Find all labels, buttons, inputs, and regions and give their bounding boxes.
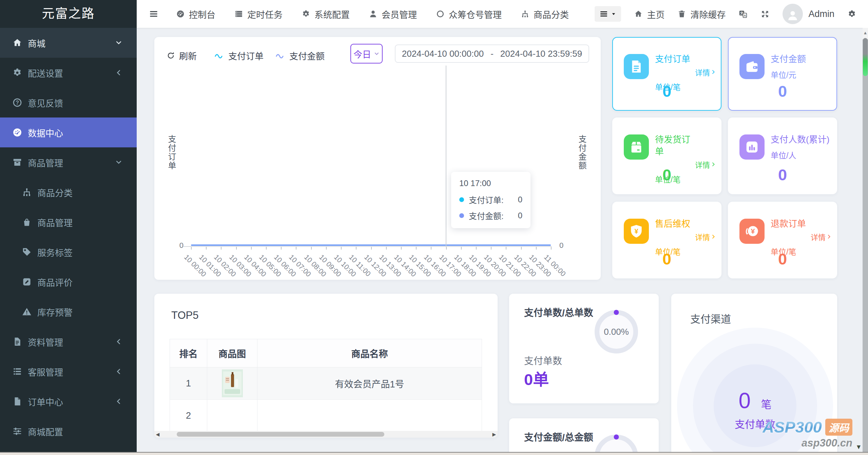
horizontal-scrollbar[interactable]: ◀ ▶ <box>154 431 498 438</box>
chevron-left-icon <box>115 338 122 345</box>
sidebar-item-shop[interactable]: 商城 <box>0 28 137 58</box>
sidebar-item-stock-warning[interactable]: 库存预警 <box>0 297 137 327</box>
sidebar-item-label: 商品管理 <box>37 216 73 229</box>
top5-card: TOP5 排名商品图商品名称 1有效会员产品1号2 ◀ ▶ <box>154 294 498 438</box>
doc-lines-icon <box>629 59 644 74</box>
nav-item-console[interactable]: 控制台 <box>176 8 215 20</box>
sidebar-item-service-manage[interactable]: 客服管理 <box>0 357 137 386</box>
home-icon <box>634 10 643 18</box>
legend-pay-orders[interactable]: 支付订单 <box>213 49 264 62</box>
cogs-icon <box>12 68 22 78</box>
sidebar-item-shop-config[interactable]: 商城配置 <box>0 416 137 446</box>
sidebar-item-goods-category[interactable]: 商品分类 <box>0 177 137 207</box>
sidebar-item-feedback[interactable]: ?意见反馈 <box>0 88 137 117</box>
legend-label: 支付订单 <box>228 49 264 62</box>
nav-item-system-config[interactable]: 系统配置 <box>302 8 350 20</box>
series-dot <box>459 197 464 202</box>
scroll-left-arrow[interactable]: ◀ <box>154 431 161 438</box>
sidebar-item-label: 商城配置 <box>28 425 63 438</box>
navbar-menu: 控制台定时任务系统配置会员管理众筹仓号管理商品分类 <box>176 8 569 20</box>
nav-item-crowdfund-manage[interactable]: 众筹仓号管理 <box>436 8 502 20</box>
nav-item-member-manage[interactable]: 会员管理 <box>369 8 417 20</box>
svg-text:¥: ¥ <box>751 227 755 235</box>
pay-amount-ratio-card: 支付金额/总金额 <box>509 418 659 452</box>
stat-card-pending-delivery: 待发货订单详情单位/笔0 <box>612 117 721 194</box>
nav-clear-cache-label: 清除缓存 <box>690 8 726 20</box>
sidebar-item-data-center[interactable]: 数据中心 <box>0 117 137 147</box>
watermark-brand: ASP300 <box>763 418 822 436</box>
stat-cards-grid: 支付订单详情单位/笔0支付金额单位/元0待发货订单详情单位/笔0支付人数(累计)… <box>612 37 837 280</box>
chart-tooltip: 10 17:00 支付订单:0支付金额:0 <box>451 172 531 228</box>
question-circle-icon: ? <box>12 97 22 108</box>
sidebar-item-goods-list[interactable]: 商品管理 <box>0 207 137 237</box>
stat-card-detail-link[interactable]: 详情 <box>811 231 832 242</box>
series-dot <box>459 213 464 218</box>
stat-card-value: 0 <box>613 165 721 184</box>
nav-menu-button[interactable] <box>595 6 621 22</box>
user-menu[interactable]: Admin <box>783 4 834 24</box>
shopping-bag-icon <box>22 217 32 227</box>
settings-gear-icon[interactable] <box>847 10 856 19</box>
x-axis-tick <box>416 247 417 250</box>
stat-card-detail-link[interactable]: 详情 <box>695 67 716 77</box>
sidebar-item-goods-reviews[interactable]: 商品评价 <box>0 267 137 297</box>
translate-icon[interactable]: 文A <box>738 10 748 19</box>
x-axis-tick <box>356 247 356 250</box>
x-axis-tick <box>491 247 491 250</box>
stat-card-title-row: 退款订单详情 <box>771 218 832 242</box>
sidebar-toggle-icon[interactable] <box>149 9 158 19</box>
chevron-right-icon <box>711 69 716 75</box>
channel-value-row: 0 笔 <box>687 388 823 413</box>
gauge-value: 0单 <box>524 366 549 390</box>
tooltip-series-value: 0 <box>518 195 522 204</box>
doc-lines-icon <box>624 54 649 79</box>
nav-item-label: 控制台 <box>189 8 215 20</box>
gauge-label: 支付单数 <box>524 353 562 367</box>
scroll-right-arrow[interactable]: ▶ <box>491 431 498 438</box>
sidebar-item-service-tags[interactable]: 服务标签 <box>0 237 137 267</box>
table-header-row: 排名商品图商品名称 <box>170 339 482 367</box>
nav-item-goods-category[interactable]: 商品分类 <box>521 8 569 20</box>
sidebar-item-label: 客服管理 <box>28 365 63 378</box>
legend-pay-amount[interactable]: 支付金额 <box>274 49 325 62</box>
sidebar-item-material-manage[interactable]: 资料管理 <box>0 327 137 357</box>
bottom-strip <box>0 452 868 455</box>
sidebar-item-label: 意见反馈 <box>28 96 63 109</box>
sidebar-item-delivery-config[interactable]: 配送设置 <box>0 58 137 88</box>
nav-item-cron-tasks[interactable]: 定时任务 <box>234 8 283 20</box>
scroll-up-arrow[interactable]: ▲ <box>863 28 868 39</box>
gauge-title: 支付金额/总金额 <box>524 430 593 443</box>
scrollbar-thumb[interactable] <box>177 432 384 437</box>
table-column-header: 排名 <box>170 339 207 367</box>
svg-text:A: A <box>744 13 746 17</box>
date-range-input[interactable]: 2024-04-10 00:00:00 - 2024-04-10 23:59:5… <box>395 44 589 63</box>
sidebar-item-order-center[interactable]: 订单中心 <box>0 386 137 416</box>
chevron-left-icon <box>115 368 122 375</box>
period-select-button[interactable]: 今日 <box>350 44 383 63</box>
tooltip-title: 10 17:00 <box>459 179 522 188</box>
stat-card-detail-link[interactable]: 详情 <box>695 231 716 242</box>
fullscreen-icon[interactable] <box>760 10 770 19</box>
vertical-scrollbar[interactable]: ▲ <box>863 28 868 452</box>
tooltip-row: 支付金额:0 <box>459 210 522 221</box>
refresh-button[interactable]: 刷新 <box>167 49 197 62</box>
user-icon <box>369 10 378 18</box>
top5-table: 排名商品图商品名称 1有效会员产品1号2 <box>170 339 482 432</box>
tooltip-rows: 支付订单:0支付金额:0 <box>459 194 522 221</box>
username-label: Admin <box>808 9 834 19</box>
nav-clear-cache-link[interactable]: 清除缓存 <box>677 8 726 20</box>
x-axis-tick <box>311 247 312 250</box>
channel-unit: 笔 <box>761 399 772 411</box>
stat-card-title-row: 支付订单详情 <box>655 53 716 77</box>
nav-home-link[interactable]: 主页 <box>634 8 664 20</box>
stat-card-value: 0 <box>729 165 836 184</box>
sidebar-item-label: 商品评价 <box>37 276 73 288</box>
sliders-icon <box>12 426 22 436</box>
y-axis-right-tick: 0 <box>559 241 563 250</box>
tag-icon <box>22 247 32 257</box>
shield-yen-icon: ¥ <box>624 219 649 244</box>
legend-label: 支付金额 <box>289 49 325 62</box>
parcel-icon <box>629 139 644 155</box>
vertical-scrollbar-thumb[interactable] <box>863 38 868 76</box>
sidebar-item-goods-manage[interactable]: 商品管理 <box>0 147 137 177</box>
